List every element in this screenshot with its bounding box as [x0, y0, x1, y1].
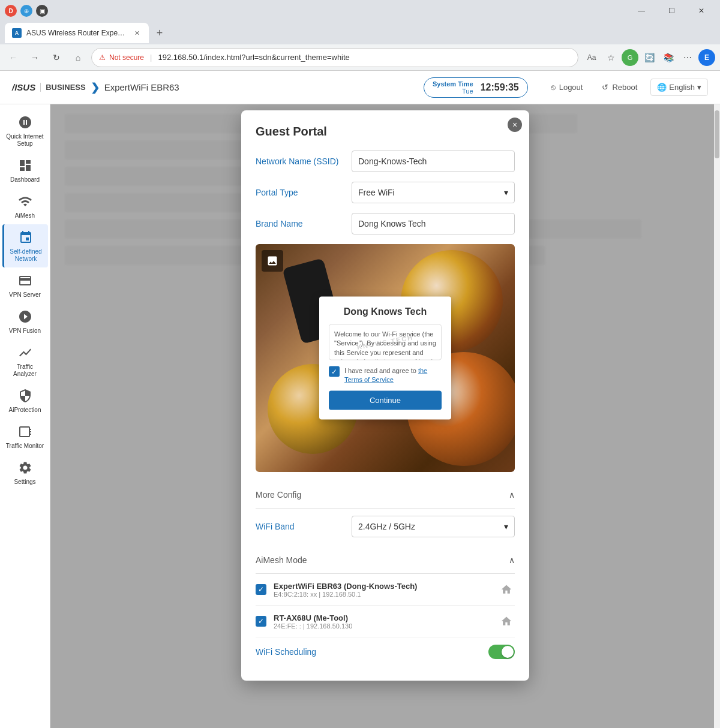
vpn-fusion-label: VPN Fusion	[9, 327, 41, 335]
ssid-label: Network Name (SSID)	[256, 157, 352, 166]
tos-link[interactable]: the Terms of Service	[344, 367, 427, 383]
aimesh-node-1-edit-button[interactable]	[498, 613, 515, 630]
reader-mode-icon[interactable]: Aa	[583, 49, 600, 66]
day-label: Tue	[462, 88, 473, 95]
brand-name-input[interactable]	[352, 213, 515, 234]
wifi-band-select[interactable]: 2.4GHz / 5GHz ▾	[352, 516, 515, 537]
sidebar-item-quick-setup[interactable]: Quick Internet Setup	[2, 109, 48, 152]
more-config-label: More Config	[256, 490, 301, 500]
asus-logo: /ISUS	[12, 82, 35, 92]
guest-portal-modal: × Guest Portal Network Name (SSID) Porta…	[241, 110, 529, 681]
sidebar-item-dashboard[interactable]: Dashboard	[2, 152, 48, 188]
lang-chevron-icon: ▾	[697, 83, 701, 92]
toolbar-actions: Aa ☆ G 🔄 📚 ⋯ E	[583, 49, 715, 66]
browser-tab-active[interactable]: A ASUS Wireless Router ExpertWiFi... ✕	[5, 23, 149, 43]
system-time-widget: System Time Tue 12:59:35	[424, 77, 528, 98]
quick-setup-label: Quick Internet Setup	[5, 133, 46, 148]
modal-title: Guest Portal	[256, 125, 515, 139]
sidebar-item-vpn-server[interactable]: VPN Server	[2, 267, 48, 303]
sidebar-item-aiprotection[interactable]: AiProtection	[2, 383, 48, 419]
image-upload-button[interactable]	[262, 250, 283, 272]
address-bar[interactable]: ⚠ Not secure | 192.168.50.1/index.html?u…	[91, 48, 578, 67]
app-body: Quick Internet Setup Dashboard AiMesh	[0, 104, 720, 728]
scrollbar-thumb[interactable]	[715, 110, 719, 158]
sidebar-item-aimesh[interactable]: AiMesh	[2, 188, 48, 224]
aimesh-mode-section[interactable]: AiMesh Mode ∧	[256, 547, 515, 574]
aimesh-node-1-checkbox[interactable]: ✓	[256, 616, 266, 627]
modal-close-button[interactable]: ×	[508, 118, 522, 132]
logo-chevron: ❯	[91, 81, 100, 94]
user-profile-icon[interactable]: E	[698, 49, 715, 66]
extension-icon-2[interactable]: 🔄	[641, 49, 658, 66]
aimesh-node-0: ✓ ExpertWiFi EBR63 (Dong-Knows-Tech) E4:…	[256, 574, 515, 606]
tab-close-button[interactable]: ✕	[132, 28, 142, 38]
back-button[interactable]: ←	[5, 49, 22, 66]
portal-agree-checkbox[interactable]: ✓	[329, 366, 340, 377]
router-name: ExpertWiFi EBR63	[104, 82, 179, 92]
wifi-scheduling-toggle[interactable]	[488, 645, 515, 659]
close-button[interactable]: ✕	[688, 0, 715, 22]
aiprotection-label: AiProtection	[9, 407, 41, 414]
extension-icon-3[interactable]: 📚	[660, 49, 677, 66]
tab-title: ASUS Wireless Router ExpertWiFi...	[26, 29, 127, 37]
aimesh-icon	[17, 193, 34, 210]
app-wrapper: /ISUS BUSINESS ❯ ExpertWiFi EBR63 System…	[0, 71, 720, 728]
profile-icon-3[interactable]: ▣	[36, 5, 48, 17]
time-display: 12:59:35	[481, 82, 519, 93]
settings-label: Settings	[14, 479, 35, 486]
toggle-knob	[502, 646, 514, 658]
profile-icon-1[interactable]: D	[5, 5, 17, 17]
logout-button[interactable]: ⎋ Logout	[545, 79, 589, 95]
settings-icon	[17, 459, 34, 476]
wifi-band-value: 2.4GHz / 5GHz	[358, 522, 415, 531]
minimize-button[interactable]: —	[628, 0, 655, 22]
separator: |	[150, 53, 152, 62]
portal-continue-button[interactable]: Continue	[329, 390, 442, 410]
app-header: /ISUS BUSINESS ❯ ExpertWiFi EBR63 System…	[0, 71, 720, 104]
sidebar-item-self-defined-network[interactable]: Self-defined Network	[2, 224, 48, 267]
network-icon	[17, 229, 34, 246]
home-button[interactable]: ⌂	[70, 49, 86, 66]
maximize-button[interactable]: ☐	[658, 0, 685, 22]
security-indicator: ⚠	[99, 53, 106, 62]
reload-button[interactable]: ↻	[48, 49, 65, 66]
aimesh-mode-label: AiMesh Mode	[256, 555, 307, 565]
globe-icon: 🌐	[657, 83, 667, 92]
wifi-scheduling-label: WiFi Scheduling	[256, 647, 316, 657]
sidebar-item-traffic-analyzer[interactable]: Traffic Analyzer	[2, 339, 48, 383]
aimesh-node-1-name: RT-AX68U (Me-Tool)	[274, 613, 491, 622]
aimesh-node-0-edit-button[interactable]	[498, 581, 515, 598]
portal-widget: Dong Knows Tech Welcome to our Wi-Fi ser…	[319, 297, 451, 420]
aimesh-node-0-checkbox[interactable]: ✓	[256, 584, 266, 595]
reboot-button[interactable]: ↺ Reboot	[596, 79, 643, 95]
wifi-scheduling-row: WiFi Scheduling	[256, 637, 515, 666]
language-selector[interactable]: 🌐 English ▾	[650, 79, 708, 96]
bookmark-icon[interactable]: ☆	[602, 49, 619, 66]
aimesh-label: AiMesh	[15, 212, 35, 219]
traffic-monitor-label: Traffic Monitor	[6, 443, 44, 450]
extension-icon-1[interactable]: G	[622, 49, 638, 66]
aimesh-node-1-detail: 24E:FE: : | 192.168.50.130	[274, 622, 491, 630]
aimesh-mode-chevron-icon: ∧	[509, 555, 515, 565]
profile-icon-2[interactable]: ⊕	[20, 5, 32, 17]
forward-button[interactable]: →	[26, 49, 43, 66]
quick-setup-icon	[17, 114, 34, 131]
new-tab-button[interactable]: +	[151, 25, 168, 41]
more-config-section[interactable]: More Config ∧	[256, 482, 515, 509]
logout-icon: ⎋	[551, 83, 556, 92]
system-time-label: System Time	[433, 80, 473, 88]
portal-type-select[interactable]: Free WiFi ▾	[352, 182, 515, 203]
sidebar-item-vpn-fusion[interactable]: VPN Fusion	[2, 303, 48, 339]
browser-tab-bar: A ASUS Wireless Router ExpertWiFi... ✕ +	[0, 22, 720, 44]
portal-type-label: Portal Type	[256, 188, 352, 197]
portal-tos-scroll[interactable]: Welcome to our Wi-Fi service (the "Servi…	[329, 324, 442, 360]
more-icon[interactable]: ⋯	[679, 49, 696, 66]
sidebar-item-settings[interactable]: Settings	[2, 455, 48, 491]
window-controls: — ☐ ✕	[628, 0, 715, 22]
portal-type-row: Portal Type Free WiFi ▾	[256, 182, 515, 203]
ssid-input[interactable]	[352, 151, 515, 172]
sidebar-item-traffic-monitor[interactable]: Traffic Monitor	[2, 419, 48, 455]
brand-name-row: Brand Name	[256, 213, 515, 234]
more-config-chevron-icon: ∧	[509, 490, 515, 500]
aimesh-node-0-name: ExpertWiFi EBR63 (Dong-Knows-Tech)	[274, 582, 491, 591]
